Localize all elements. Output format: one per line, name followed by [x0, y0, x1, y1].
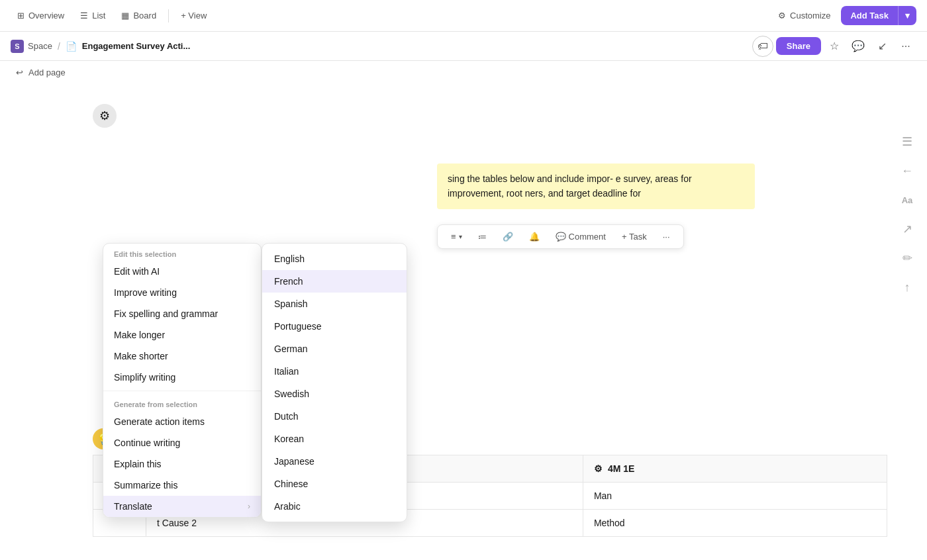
- lang-item-chinese[interactable]: Chinese: [262, 473, 407, 495]
- context-summarize-this[interactable]: Summarize this: [103, 475, 261, 496]
- make-longer-label: Make longer: [114, 330, 165, 340]
- edit-icon[interactable]: ✏: [898, 249, 916, 267]
- lang-item-french[interactable]: French: [262, 270, 407, 293]
- generate-action-items-label: Generate action items: [114, 416, 205, 427]
- toolbar-link[interactable]: 🔗: [497, 229, 518, 244]
- context-section-edit-title: Edit this selection: [103, 244, 261, 261]
- context-translate[interactable]: Translate ›: [103, 496, 261, 517]
- highlight-text: sing the tables below and include impor-…: [448, 173, 692, 199]
- toolbar-task-label: + Task: [622, 232, 647, 242]
- context-improve-writing[interactable]: Improve writing: [103, 282, 261, 303]
- row1-4m1e: Man: [583, 483, 887, 510]
- lang-item-portuguese[interactable]: Portuguese: [262, 315, 407, 338]
- 4m1e-icon: ⚙: [594, 463, 603, 474]
- fix-spelling-label: Fix spelling and grammar: [114, 308, 218, 319]
- lang-item-japanese[interactable]: Japanese: [262, 450, 407, 473]
- make-shorter-label: Make shorter: [114, 351, 168, 361]
- simplify-writing-label: Simplify writing: [114, 372, 175, 383]
- lang-item-german[interactable]: German: [262, 338, 407, 360]
- align-icon: ≡: [451, 232, 456, 242]
- toolbar-checklist[interactable]: ≔: [473, 229, 492, 244]
- toolbar-format1[interactable]: ≡ ▾: [446, 229, 467, 244]
- lang-item-spanish[interactable]: Spanish: [262, 293, 407, 315]
- context-menu: Edit this selection Edit with AI Improve…: [103, 243, 262, 518]
- chevron-down-icon: ▾: [459, 233, 462, 240]
- comment-button[interactable]: 💬: [848, 36, 869, 57]
- breadcrumb-current-label: Engagement Survey Acti...: [82, 41, 191, 51]
- checklist-icon: ≔: [478, 232, 487, 242]
- lang-item-italian[interactable]: Italian: [262, 360, 407, 383]
- context-fix-spelling[interactable]: Fix spelling and grammar: [103, 303, 261, 324]
- bookmark-icon: 🔔: [529, 232, 540, 242]
- context-continue-writing[interactable]: Continue writing: [103, 432, 261, 453]
- gear-area: ⚙: [93, 104, 117, 128]
- improve-writing-label: Improve writing: [114, 287, 177, 298]
- section2-title-label: Generate from selection: [114, 400, 197, 408]
- breadcrumb-separator: /: [58, 41, 60, 52]
- nav-board-label: Board: [133, 11, 156, 21]
- overview-icon: ⊞: [17, 11, 24, 21]
- list-icon: ☰: [80, 11, 88, 21]
- more-button[interactable]: ···: [895, 36, 916, 57]
- lang-item-dutch[interactable]: Dutch: [262, 405, 407, 428]
- context-make-longer[interactable]: Make longer: [103, 324, 261, 346]
- link-icon: 🔗: [503, 232, 513, 242]
- toolbar-comment[interactable]: 💬 Comment: [550, 229, 611, 244]
- gear-icon: ⚙: [778, 11, 786, 21]
- row2-4m1e: Method: [583, 510, 887, 537]
- collapse-icon[interactable]: ←: [898, 162, 916, 180]
- upload-icon[interactable]: ↑: [898, 278, 916, 297]
- add-page-bar[interactable]: ↩ Add page: [0, 61, 927, 84]
- context-divider: [103, 391, 261, 391]
- context-section-generate-title: Generate from selection: [103, 394, 261, 411]
- translate-label: Translate: [114, 501, 152, 512]
- tag-button[interactable]: 🏷: [752, 36, 773, 57]
- breadcrumb-bar: S Space / 📄 Engagement Survey Acti... 🏷 …: [0, 32, 927, 61]
- add-task-button[interactable]: Add Task ▾: [841, 6, 916, 25]
- nav-board[interactable]: ▦ Board: [115, 7, 163, 24]
- add-task-label: Add Task: [841, 6, 898, 25]
- nav-list[interactable]: ☰ List: [73, 7, 112, 24]
- text-toolbar: ≡ ▾ ≔ 🔗 🔔 💬 Comment + Task ···: [437, 224, 684, 249]
- lang-item-english[interactable]: English: [262, 248, 407, 270]
- nav-separator: [168, 9, 169, 23]
- translate-arrow-icon: ›: [248, 502, 250, 511]
- main-content: ☰ ← Aa ↗ ✏ ↑ ⚙ sing the tables below and…: [0, 84, 927, 547]
- lang-item-arabic[interactable]: Arabic: [262, 495, 407, 518]
- context-generate-action-items[interactable]: Generate action items: [103, 411, 261, 432]
- lang-item-korean[interactable]: Korean: [262, 428, 407, 450]
- row1-4m1e-label: Man: [594, 490, 612, 501]
- space-icon: S: [11, 40, 24, 53]
- breadcrumb-space-label: Space: [28, 41, 52, 51]
- table-header-4m1e: ⚙ 4M 1E: [583, 455, 887, 483]
- context-explain-this[interactable]: Explain this: [103, 453, 261, 475]
- breadcrumb-space[interactable]: S Space: [11, 40, 52, 53]
- summarize-this-label: Summarize this: [114, 480, 177, 490]
- nav-list-label: List: [92, 11, 105, 21]
- toolbar-bookmark[interactable]: 🔔: [524, 229, 545, 244]
- toolbar-task[interactable]: + Task: [616, 229, 652, 244]
- share-button[interactable]: Share: [776, 37, 821, 55]
- add-task-chevron-icon[interactable]: ▾: [898, 6, 916, 25]
- continue-writing-label: Continue writing: [114, 438, 180, 448]
- nav-view[interactable]: + View: [174, 7, 213, 24]
- list-view-icon[interactable]: ☰: [898, 132, 916, 151]
- customize-button[interactable]: ⚙ Customize: [770, 7, 838, 24]
- nav-overview-label: Overview: [28, 11, 64, 21]
- context-simplify-writing[interactable]: Simplify writing: [103, 367, 261, 388]
- row2-cause-label: t Cause 2: [157, 518, 197, 528]
- toolbar-more[interactable]: ···: [658, 229, 675, 244]
- language-submenu: EnglishFrenchSpanishPortugueseGermanItal…: [262, 243, 407, 522]
- expand-icon[interactable]: ↗: [898, 220, 916, 238]
- edit-with-ai-label: Edit with AI: [114, 266, 160, 277]
- nav-overview[interactable]: ⊞ Overview: [11, 7, 71, 24]
- 4m1e-label: 4M 1E: [608, 463, 634, 474]
- nav-view-label: + View: [181, 11, 207, 21]
- comment-icon: 💬: [556, 232, 566, 242]
- context-make-shorter[interactable]: Make shorter: [103, 346, 261, 367]
- download-button[interactable]: ↙: [871, 36, 893, 57]
- lang-item-swedish[interactable]: Swedish: [262, 383, 407, 405]
- font-size-icon[interactable]: Aa: [898, 191, 916, 209]
- star-button[interactable]: ☆: [824, 36, 845, 57]
- context-edit-with-ai[interactable]: Edit with AI: [103, 261, 261, 282]
